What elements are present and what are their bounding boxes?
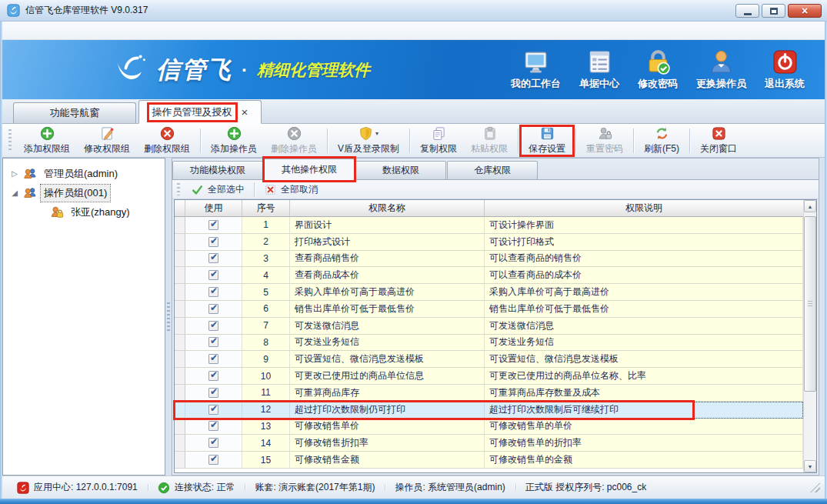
banner-action-document-center[interactable]: 单据中心: [579, 49, 619, 91]
close-icon: [802, 5, 808, 16]
row-permission-desc: 超过打印次数限制后可继续打印: [485, 402, 803, 419]
toolbar-button-add-permission-group[interactable]: ▾添加权限组: [17, 125, 77, 156]
minimize-button[interactable]: [735, 4, 759, 18]
banner-action-switch-operator[interactable]: 更换操作员: [696, 49, 746, 91]
banner-action-workstation[interactable]: 我的工作台: [511, 49, 561, 91]
toolbar-button-close-window[interactable]: ▾关闭窗口: [693, 125, 744, 156]
toolbar-grip[interactable]: [8, 129, 12, 152]
brand-logo-icon: [110, 52, 147, 88]
scrollbar-thumb[interactable]: [804, 216, 816, 392]
row-checkbox[interactable]: [208, 354, 218, 364]
row-checkbox[interactable]: [208, 455, 218, 465]
banner-action-exit[interactable]: 退出系统: [765, 49, 805, 91]
row-checkbox[interactable]: [208, 237, 218, 247]
titlebar: 信管飞仓库管理软件 V9.0.317: [0, 0, 827, 22]
tab-function-nav[interactable]: 功能导航窗: [13, 102, 136, 123]
row-permission-name: 界面设计: [290, 217, 485, 234]
toolbar-button-add-operator[interactable]: ▾添加操作员: [204, 125, 264, 156]
tab-close-icon[interactable]: ×: [242, 106, 248, 118]
dropdown-caret-icon[interactable]: ▾: [375, 130, 378, 137]
row-number: 9: [242, 351, 290, 368]
scrollbar-track[interactable]: [804, 212, 816, 460]
table-row[interactable]: 15可修改销售金额可修改销售单的金额: [175, 452, 803, 469]
table-row[interactable]: 6销售出库单价可低于最低售价销售出库单价可低于最低售价: [175, 301, 803, 318]
maximize-button[interactable]: [762, 4, 785, 18]
status-account-set: 账套: 演示账套(2017年第1期): [245, 481, 385, 494]
menu-system[interactable]: [8, 28, 25, 33]
table-row[interactable]: 3查看商品销售价可以查看商品的销售价: [175, 251, 803, 268]
table-row[interactable]: 4查看商品成本价可以查看商品的成本价: [175, 267, 803, 284]
tab-operator-management[interactable]: 操作员管理及授权×: [138, 100, 262, 124]
scroll-down-button[interactable]: ▼: [804, 460, 816, 472]
table-row[interactable]: 11可重算商品库存可重算商品库存数量及成本: [175, 385, 803, 402]
row-indicator: [175, 217, 185, 234]
row-indicator: [175, 452, 185, 469]
perm-tab-warehouse[interactable]: 仓库权限: [447, 161, 538, 179]
banner-action-change-password[interactable]: 修改密码: [638, 49, 678, 91]
header-use[interactable]: 使用: [185, 200, 242, 217]
selection-toolbar-grip[interactable]: [177, 183, 180, 195]
banner: 信管飞 · 精细化管理软件 我的工作台单据中心修改密码更换操作员退出系统: [2, 40, 825, 99]
row-checkbox[interactable]: [208, 253, 218, 263]
row-permission-name: 可修改销售单价: [290, 419, 485, 436]
tree-expander-icon[interactable]: ◢: [10, 189, 19, 197]
select-all-button[interactable]: 全部选中: [185, 182, 252, 198]
table-row[interactable]: 13可修改销售单价可修改销售单的单价: [175, 419, 803, 436]
toolbar-button-label: 保存设置: [529, 142, 565, 155]
status-text: 操作员: 系统管理员(admin): [395, 481, 505, 494]
row-checkbox[interactable]: [208, 321, 218, 331]
toolbar-button-label: 关闭窗口: [700, 142, 737, 155]
row-permission-name: 可重算商品库存: [290, 385, 485, 402]
table-row[interactable]: 2打印格式设计可设计打印格式: [175, 234, 803, 251]
table-row[interactable]: 1界面设计可设计操作界面: [175, 217, 803, 234]
table-row[interactable]: 5采购入库单价可高于最高进价采购入库单价可高于最高进价: [175, 284, 803, 301]
row-number: 4: [242, 267, 290, 284]
header-number[interactable]: 序号: [242, 200, 290, 217]
table-row[interactable]: 8可发送业务短信可发送业务短信: [175, 335, 803, 352]
toolbar-button-label: 粘贴权限: [471, 142, 508, 155]
row-checkbox[interactable]: [208, 270, 218, 280]
perm-tab-other-operations[interactable]: 其他操作权限: [264, 159, 355, 180]
table-row[interactable]: 12超过打印次数限制仍可打印超过打印次数限制后可继续打印: [175, 402, 803, 419]
header-permission-name[interactable]: 权限名称: [290, 200, 485, 217]
toolbar-button-delete-operator[interactable]: ▾删除操作员: [264, 125, 324, 156]
toolbar-button-refresh[interactable]: ▾刷新(F5): [637, 125, 686, 156]
panel-splitter[interactable]: [165, 158, 172, 476]
row-checkbox[interactable]: [208, 405, 218, 415]
row-checkbox[interactable]: [208, 388, 218, 398]
row-checkbox[interactable]: [208, 304, 218, 314]
perm-tab-function-module[interactable]: 功能模块权限: [172, 161, 263, 179]
toolbar-button-paste-permissions[interactable]: ▾粘贴权限: [464, 125, 515, 156]
row-checkbox[interactable]: [208, 438, 218, 448]
header-permission-desc[interactable]: 权限说明: [485, 200, 803, 217]
row-number: 14: [242, 435, 290, 452]
perm-tab-data[interactable]: 数据权限: [355, 161, 446, 179]
table-row[interactable]: 9可设置短信、微信消息发送模板可设置短信、微信消息发送模板: [175, 351, 803, 368]
row-checkbox[interactable]: [208, 287, 218, 297]
table-row[interactable]: 10可更改已使用过的商品单位信息可更改已使用过的商品单位名称、比率: [175, 368, 803, 385]
resize-grip[interactable]: [810, 482, 820, 492]
toolbar-button-edit-permission-group[interactable]: ▾修改权限组: [77, 125, 137, 156]
menu-window[interactable]: [25, 28, 42, 33]
menu-help[interactable]: [42, 28, 58, 33]
toolbar-button-delete-permission-group[interactable]: ▾删除权限组: [137, 125, 197, 156]
toolbar-button-copy-permissions[interactable]: ▾复制权限: [413, 125, 464, 156]
row-checkbox[interactable]: [208, 421, 218, 431]
tree-item-zhangy[interactable]: 张亚(zhangy): [3, 202, 165, 222]
toolbar-button-reset-password[interactable]: ▾重置密码: [579, 125, 630, 156]
toolbar-button-vshield-login-limit[interactable]: ▾V盾及登录限制: [331, 125, 406, 156]
row-checkbox[interactable]: [208, 371, 218, 381]
vertical-scrollbar[interactable]: ▲ ▼: [803, 200, 816, 472]
table-row[interactable]: 14可修改销售折扣率可修改销售单的折扣率: [175, 435, 803, 452]
tree-expander-icon[interactable]: ▷: [10, 169, 19, 178]
table-row[interactable]: 7可发送微信消息可发送微信消息: [175, 318, 803, 335]
scroll-up-button[interactable]: ▲: [804, 200, 816, 212]
tree-item-admin-group[interactable]: ▷管理员组(admin): [3, 164, 165, 183]
row-checkbox[interactable]: [208, 220, 218, 230]
close-button[interactable]: [788, 4, 822, 18]
toolbar-button-save-settings[interactable]: ▾保存设置: [522, 125, 572, 156]
row-checkbox[interactable]: [208, 337, 218, 347]
tree-item-operator-group[interactable]: ◢操作员组(001): [3, 183, 165, 202]
deselect-all-button[interactable]: 全部取消: [258, 182, 325, 198]
selection-button-label: 全部取消: [281, 183, 318, 196]
